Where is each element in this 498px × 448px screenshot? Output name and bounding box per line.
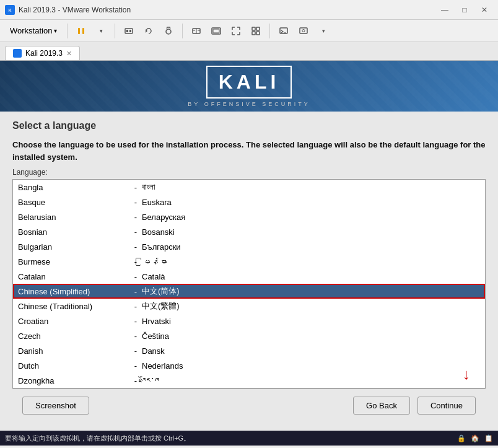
fit-window-button[interactable] <box>208 22 225 40</box>
pause-button[interactable] <box>72 22 90 40</box>
share-button[interactable]: ▾ <box>315 22 332 40</box>
language-row[interactable]: Dutch-Nederlands <box>13 358 485 373</box>
status-bar: 要将输入定向到该虚拟机，请在虚拟机内部单击或按 Ctrl+G。 🔒 🏠 📋 <box>0 431 498 446</box>
svg-text:K: K <box>8 8 11 12</box>
language-row[interactable]: Danish-Dansk <box>13 343 485 358</box>
language-row[interactable]: Belarusian-Беларуская <box>13 209 485 224</box>
lang-native: မြန်မာ <box>142 257 167 266</box>
svg-point-8 <box>166 29 171 34</box>
tab-icon <box>13 49 22 58</box>
revert-button[interactable] <box>140 22 157 40</box>
lang-native: རྫོང་ཁ <box>142 376 159 385</box>
svg-rect-12 <box>252 27 255 30</box>
language-row[interactable]: Croatian-Hrvatski <box>13 314 485 328</box>
language-row[interactable]: Czech-Čeština <box>13 328 485 343</box>
language-row[interactable]: Bulgarian-Български <box>13 239 485 254</box>
section-title: Select a language <box>12 120 486 131</box>
language-row[interactable]: English-English <box>13 388 485 389</box>
lang-native: বাংলা <box>142 182 155 192</box>
install-content: Select a language Choose the language to… <box>0 112 498 431</box>
maximize-button[interactable]: □ <box>456 4 473 16</box>
separator-2 <box>115 24 115 38</box>
lang-name: Bulgarian <box>18 242 129 252</box>
kali-logo-box: KALI <box>206 66 292 99</box>
lang-native: Български <box>142 242 181 252</box>
language-row[interactable]: Basque-Euskara <box>13 195 485 209</box>
lang-dash: - <box>129 198 142 207</box>
vm-content: KALI BY OFFENSIVE SECURITY Select a lang… <box>0 61 498 431</box>
kali-subtitle-text: BY OFFENSIVE SECURITY <box>188 101 310 107</box>
fullscreen-button[interactable] <box>227 22 245 40</box>
lang-native: Беларуская <box>142 213 185 222</box>
send-ctrl-alt-del-button[interactable] <box>120 22 138 40</box>
app-icon: K <box>5 5 15 15</box>
svg-rect-18 <box>300 28 307 33</box>
svg-rect-11 <box>213 29 219 33</box>
title-bar-controls: — □ ✕ <box>436 4 493 16</box>
lang-dash: - <box>129 346 142 356</box>
status-right: 🔒 🏠 📋 <box>457 434 493 442</box>
lang-dash: - <box>129 213 142 222</box>
lang-dash: - <box>129 302 142 311</box>
unity-button[interactable] <box>247 22 264 40</box>
lang-native: Hrvatski <box>142 317 171 326</box>
minimize-button[interactable]: — <box>436 4 453 16</box>
language-row[interactable]: Bangla-বাংলা <box>13 180 485 195</box>
svg-rect-5 <box>126 30 128 32</box>
lang-native: Nederlands <box>142 361 183 371</box>
language-row[interactable]: Catalan-Català <box>13 269 485 284</box>
language-row[interactable]: Burmese-မြန်မာ <box>13 254 485 269</box>
lang-name: Chinese (Simplified) <box>18 287 129 296</box>
tab-label: Kali 2019.3 <box>25 49 63 58</box>
screenshot-button[interactable]: Screenshot <box>22 397 89 415</box>
home-icon: 🏠 <box>471 434 479 442</box>
lang-dash: - <box>129 361 142 371</box>
language-row[interactable]: Bosnian-Bosanski <box>13 224 485 239</box>
kali-logo: KALI BY OFFENSIVE SECURITY <box>188 66 310 107</box>
lang-name: Dutch <box>18 361 129 371</box>
status-text: 要将输入定向到该虚拟机，请在虚拟机内部单击或按 Ctrl+G。 <box>5 434 190 443</box>
lang-name: Burmese <box>18 257 129 266</box>
chevron-down-icon: ▾ <box>54 27 57 34</box>
console-button[interactable] <box>275 22 292 40</box>
lang-dash: - <box>129 376 142 385</box>
go-back-button[interactable]: Go Back <box>353 397 410 415</box>
svg-rect-14 <box>252 32 255 35</box>
pause-dropdown[interactable]: ▾ <box>92 22 110 40</box>
continue-button[interactable]: Continue <box>417 397 476 415</box>
svg-rect-13 <box>256 27 260 30</box>
workstation-menu[interactable]: Workstation ▾ <box>5 24 62 38</box>
lang-name: Danish <box>18 346 129 356</box>
lang-native: 中文(繁體) <box>142 301 180 312</box>
lang-native: Euskara <box>142 198 172 207</box>
kali-banner: KALI BY OFFENSIVE SECURITY <box>0 61 498 112</box>
tab-close-button[interactable]: ✕ <box>66 50 72 58</box>
settings-button[interactable] <box>295 22 312 40</box>
svg-rect-20 <box>14 50 20 56</box>
svg-rect-15 <box>256 32 260 35</box>
lang-name: Bangla <box>18 183 129 192</box>
language-row[interactable]: Chinese (Traditional)-中文(繁體) <box>13 299 485 314</box>
lang-name: Belarusian <box>18 213 129 222</box>
lang-native: Čeština <box>142 332 169 341</box>
snapshot-button[interactable] <box>160 22 177 40</box>
description-text: Choose the language to be used for the i… <box>12 139 486 163</box>
lang-dash: - <box>129 257 142 266</box>
lang-dash: - <box>129 332 142 341</box>
bottom-right-buttons: Go Back Continue <box>353 397 476 415</box>
lang-name: Czech <box>18 332 129 341</box>
separator <box>67 24 68 38</box>
close-button[interactable]: ✕ <box>476 4 493 16</box>
lang-dash: - <box>129 287 142 296</box>
clipboard-icon: 📋 <box>484 434 493 442</box>
menu-bar: Workstation ▾ ▾ ▾ <box>0 20 498 42</box>
language-label: Language: <box>12 168 486 177</box>
lang-dash: - <box>129 183 142 192</box>
fit-guest-button[interactable] <box>188 22 205 40</box>
language-row[interactable]: Dzongkha-རྫོང་ཁ <box>13 373 485 388</box>
svg-rect-6 <box>129 30 131 32</box>
language-list-inner: Bangla-বাংলাBasque-EuskaraBelarusian-Бел… <box>13 180 485 389</box>
language-list[interactable]: Bangla-বাংলাBasque-EuskaraBelarusian-Бел… <box>12 179 486 389</box>
language-row[interactable]: Chinese (Simplified)-中文(简体) <box>13 284 485 299</box>
kali-tab[interactable]: Kali 2019.3 ✕ <box>5 46 80 60</box>
